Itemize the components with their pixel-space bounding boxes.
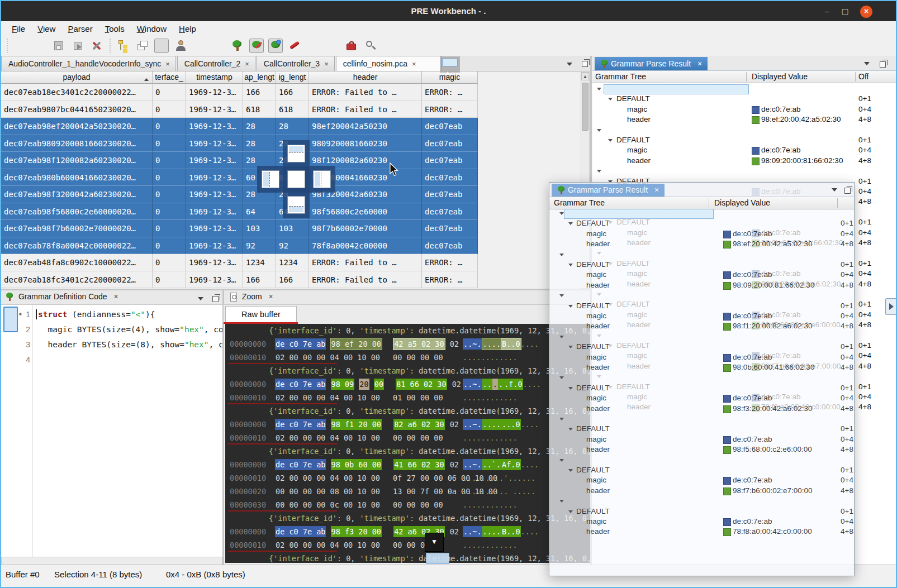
tree-root-row[interactable] (549, 372, 854, 383)
cascade-icon[interactable] (135, 39, 150, 53)
selected-empty-node[interactable] (604, 84, 749, 94)
tree-leaf-row[interactable]: header98:f7:b6:00:02:e7:00:004+8 (549, 486, 854, 496)
collapse-arrow-icon[interactable] (559, 336, 564, 341)
structure-icon[interactable] (116, 39, 131, 53)
tab-close-icon[interactable]: × (245, 60, 249, 68)
tree-leaf-row[interactable]: header98:f1:20:00:82:a6:02:304+8 (549, 321, 854, 331)
tree-root-row[interactable] (549, 208, 854, 218)
tree-root-row[interactable] (549, 496, 854, 506)
tree-leaf-row[interactable]: header98:09:20:00:81:66:02:304+8 (549, 280, 854, 290)
tools-icon[interactable] (89, 39, 104, 53)
code-panel-titlebar[interactable]: Grammar Definition Code × (1, 290, 222, 305)
tree-node-row[interactable]: DEFAULT0+1 (549, 383, 854, 393)
scroll-up-button[interactable]: ▲ (581, 73, 589, 80)
tree-leaf-row[interactable]: header78:f8:a0:00:42:c0:00:004+8 (549, 527, 854, 537)
collapse-arrow-icon[interactable] (559, 500, 564, 505)
tab-list-dropdown[interactable] (567, 61, 572, 70)
code-hscrollbar[interactable]: ◄ ► (1, 557, 222, 565)
code-line[interactable]: 2 magic BYTES(size=(4), show="hex", colo… (1, 322, 222, 337)
tree-leaf-row[interactable]: magicde:c0:7e:ab0+4 (549, 270, 854, 280)
collapse-arrow-icon[interactable] (568, 510, 573, 515)
collapse-arrow-icon[interactable] (568, 346, 573, 351)
tree-leaf-row[interactable]: header98:ef:20:00:42:a5:02:304+8 (592, 114, 896, 125)
debug-bug-icon[interactable] (211, 39, 226, 53)
column-header-timestamp[interactable]: timestamp (186, 71, 243, 84)
collapse-arrow-icon[interactable] (608, 139, 613, 144)
zoom-panel-titlebar[interactable]: Zoom × (224, 290, 590, 305)
tree-node-row[interactable]: DEFAULT0+1 (549, 301, 854, 311)
tab-close-icon[interactable]: × (412, 60, 416, 68)
collapse-arrow-icon[interactable] (597, 129, 601, 134)
collapse-arrow-icon[interactable] (568, 222, 573, 227)
tree-root-row[interactable] (592, 125, 896, 135)
table-vscrollbar-thumb[interactable] (582, 83, 588, 131)
tree-leaf-row[interactable]: header98:09:20:00:81:66:02:304+8 (592, 156, 896, 166)
hex-dump-view[interactable]: {'interface_id': 0, 'timestamp': datetim… (225, 324, 590, 563)
menu-item-window[interactable]: Window (131, 22, 173, 35)
tree-leaf-row[interactable]: magicde:c0:7e:ab0+4 (549, 311, 854, 321)
collapse-arrow-icon[interactable] (568, 428, 573, 433)
tab-callcontroller-3[interactable]: CallController_3× (257, 56, 335, 71)
hex-line[interactable]: 00000000de c0 7e ab 98 f3 20 00 42 a6 02… (225, 525, 590, 538)
tab-raw-buffer[interactable]: Raw buffer (225, 306, 297, 323)
column-header-header[interactable]: header (309, 71, 422, 84)
minimize-button[interactable]: – (821, 6, 833, 18)
code-panel-close-icon[interactable]: × (114, 292, 118, 301)
menu-item-help[interactable]: Help (173, 22, 202, 35)
gutter-collapse-icon[interactable]: ◄ (17, 311, 22, 317)
tree-sync-icon[interactable] (268, 39, 283, 53)
tab-float-button[interactable] (582, 60, 588, 69)
tree-node-row[interactable]: DEFAULT0+1 (549, 465, 854, 475)
collapse-arrow-icon[interactable] (559, 254, 564, 259)
code-line[interactable]: 4 (1, 352, 222, 367)
marker-icon[interactable] (287, 39, 302, 53)
collapse-arrow-icon[interactable] (559, 212, 564, 217)
zoom-icon[interactable] (363, 39, 378, 53)
hex-line[interactable]: 00000000de c0 7e ab 98 ef 20 00 42 a5 02… (225, 337, 590, 351)
tree-node-row[interactable]: DEFAULT0+1 (592, 135, 896, 145)
tab-callcontroller-2[interactable]: CallController_2× (177, 56, 255, 71)
floating-grammar-parse-result[interactable]: Grammar Parse Result × Grammar TreeDispl… (549, 182, 855, 576)
hex-line[interactable]: 00000000de c0 7e ab 98 f1 20 00 82 a6 02… (225, 418, 590, 431)
collapse-arrow-icon[interactable] (608, 98, 613, 103)
terminal-warning-icon[interactable] (192, 39, 207, 53)
tab-audiocontroller-1-handlevocoderinfo-sync[interactable]: AudioController_1_handleVocoderInfo_sync… (1, 56, 176, 71)
scroll-position-indicator[interactable] (3, 307, 18, 332)
floating-menu-button[interactable] (832, 187, 837, 196)
column-header-ig-lengt[interactable]: ig_lengt (276, 71, 309, 84)
tab-cellinfo-nosim-pca[interactable]: cellinfo_nosim.pca× (336, 56, 442, 71)
tree-icon[interactable] (230, 39, 245, 53)
hex-line[interactable]: 0000001002 00 00 00 04 00 10 00 00 00 00… (225, 538, 590, 552)
tree-root-row[interactable] (549, 290, 854, 300)
tree-node-row[interactable]: DEFAULT0+1 (549, 506, 854, 517)
column-header-terface-[interactable]: terface_ (153, 71, 186, 84)
tree-node-row[interactable]: DEFAULT0+1 (549, 342, 854, 352)
hex-line[interactable]: 0000001002 00 00 00 04 00 10 00 01 00 00… (225, 391, 590, 404)
collapse-arrow-icon[interactable] (559, 418, 564, 423)
export-icon[interactable] (70, 39, 85, 53)
tree-root-row[interactable] (549, 414, 854, 424)
hex-line[interactable]: 0000001002 00 00 00 04 00 10 00 0f 27 00… (225, 471, 590, 485)
code-panel-float-button[interactable] (212, 295, 219, 304)
hex-line[interactable]: 00000000de c0 7e ab 98 09 20 00 81 66 02… (225, 377, 590, 391)
hex-line[interactable]: 0000002000 00 00 00 08 00 10 00 13 00 7f… (225, 485, 590, 498)
code-panel-menu-button[interactable] (198, 296, 203, 305)
collapse-arrow-icon[interactable] (559, 294, 564, 299)
collapse-arrow-icon[interactable] (568, 469, 573, 474)
parse-panel-titlebar[interactable]: Grammar Parse Result × (592, 56, 896, 71)
tab-grammar-parse-result[interactable]: Grammar Parse Result × (595, 57, 708, 70)
form-editor-icon[interactable] (306, 39, 321, 53)
maximize-button[interactable]: ▢ (839, 6, 851, 18)
shield-search-icon[interactable] (325, 39, 340, 53)
tree-leaf-row[interactable]: magicde:c0:7e:ab0+4 (592, 104, 896, 114)
tree-node-row[interactable]: DEFAULT0+1 (549, 424, 854, 434)
close-button[interactable]: × (860, 6, 872, 18)
tree-leaf-row[interactable]: magicde:c0:7e:ab0+4 (592, 145, 896, 155)
tree-root-row[interactable] (549, 250, 854, 260)
tree-leaf-row[interactable]: header98:f3:20:00:42:a6:02:304+8 (549, 404, 854, 414)
tree-column-header[interactable]: Grammar TreeDisplayed Value (549, 197, 854, 209)
hex-line[interactable]: 00000000de c0 7e ab 98 0b 60 00 41 66 02… (225, 458, 590, 471)
tab-close-icon[interactable]: × (165, 60, 170, 68)
tree-root-row[interactable] (592, 84, 896, 94)
tree-root-row[interactable] (549, 332, 854, 342)
